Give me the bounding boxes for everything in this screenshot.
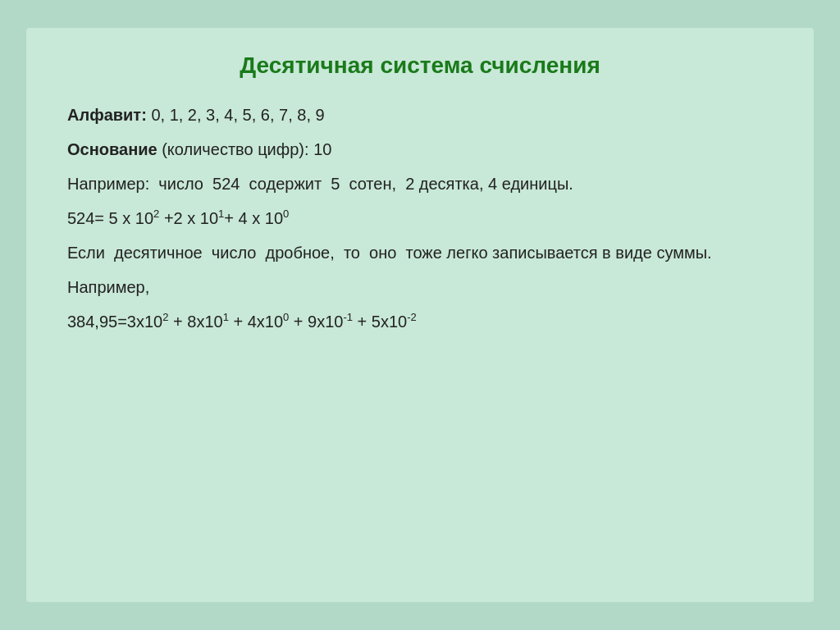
rule-text: Если десятичное число дробное, то оно то… (67, 240, 773, 266)
base-label-bold: Основание (67, 140, 158, 158)
alphabet-line: Алфавит: 0, 1, 2, 3, 4, 5, 6, 7, 8, 9 (67, 102, 773, 128)
formula1: 524= 5 х 102 +2 х 101+ 4 х 100 (67, 205, 773, 231)
formula2: 384,95=3х102 + 8х101 + 4х100 + 9х10-1 + … (67, 308, 773, 335)
slide-title: Десятичная система счисления (67, 52, 773, 79)
base-label-rest: (количество цифр): 10 (162, 140, 331, 158)
content-area: Алфавит: 0, 1, 2, 3, 4, 5, 6, 7, 8, 9 Ос… (67, 102, 773, 335)
slide-container: Десятичная система счисления Алфавит: 0,… (26, 28, 814, 602)
alphabet-label-bold: Алфавит: (67, 106, 147, 124)
example2-text: Например, (67, 274, 773, 300)
example1-text: Например: число 524 содержит 5 сотен, 2 … (67, 171, 773, 197)
alphabet-label-rest: 0, 1, 2, 3, 4, 5, 6, 7, 8, 9 (151, 106, 324, 124)
base-line: Основание (количество цифр): 10 (67, 136, 773, 162)
